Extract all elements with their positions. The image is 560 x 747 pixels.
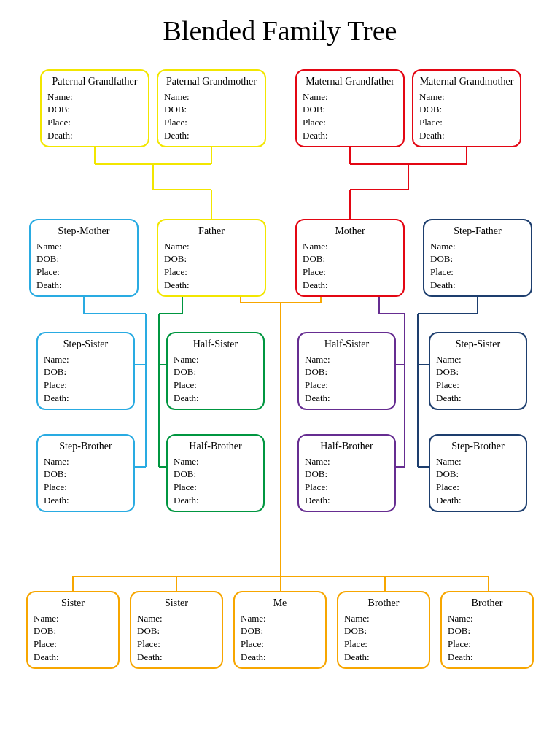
box-me: Me Name: DOB: Place: Death: — [233, 591, 327, 669]
box-half-brother-left: Half-Brother Name: DOB: Place: Death: — [166, 434, 265, 512]
box-maternal-grandmother: Maternal Grandmother Name: DOB: Place: D… — [412, 69, 521, 147]
role-label: Maternal Grandmother — [419, 75, 514, 89]
role-label: Half-Sister — [174, 338, 257, 352]
family-tree-page: Blended Family Tree — [0, 0, 560, 747]
box-half-sister-right: Half-Sister Name: DOB: Place: Death: — [298, 332, 396, 410]
box-maternal-grandfather: Maternal Grandfather Name: DOB: Place: D… — [295, 69, 405, 147]
role-label: Father — [164, 225, 259, 239]
box-paternal-grandfather: Paternal Grandfather Name: DOB: Place: D… — [40, 69, 149, 147]
role-label: Brother — [448, 597, 526, 611]
role-label: Step-Mother — [36, 225, 131, 239]
role-label: Maternal Grandfather — [303, 75, 397, 89]
role-label: Paternal Grandmother — [164, 75, 259, 89]
role-label: Step-Father — [430, 225, 525, 239]
box-step-sister-left: Step-Sister Name: DOB: Place: Death: — [36, 332, 135, 410]
box-step-father: Step-Father Name: DOB: Place: Death: — [423, 219, 532, 297]
role-label: Step-Sister — [44, 338, 128, 352]
box-half-sister-left: Half-Sister Name: DOB: Place: Death: — [166, 332, 265, 410]
role-label: Paternal Grandfather — [47, 75, 142, 89]
box-step-mother: Step-Mother Name: DOB: Place: Death: — [29, 219, 139, 297]
role-label: Half-Sister — [305, 338, 389, 352]
box-brother-1: Brother Name: DOB: Place: Death: — [337, 591, 430, 669]
box-step-brother-right: Step-Brother Name: DOB: Place: Death: — [429, 434, 527, 512]
role-label: Brother — [344, 597, 423, 611]
box-half-brother-right: Half-Brother Name: DOB: Place: Death: — [298, 434, 396, 512]
box-father: Father Name: DOB: Place: Death: — [157, 219, 266, 297]
role-label: Step-Brother — [436, 440, 520, 454]
box-sister-2: Sister Name: DOB: Place: Death: — [130, 591, 223, 669]
role-label: Me — [241, 597, 319, 611]
role-label: Half-Brother — [174, 440, 257, 454]
role-label: Mother — [303, 225, 397, 239]
role-label: Half-Brother — [305, 440, 389, 454]
role-label: Sister — [34, 597, 112, 611]
box-step-sister-right: Step-Sister Name: DOB: Place: Death: — [429, 332, 527, 410]
role-label: Step-Brother — [44, 440, 128, 454]
box-paternal-grandmother: Paternal Grandmother Name: DOB: Place: D… — [157, 69, 266, 147]
page-title: Blended Family Tree — [0, 15, 560, 47]
role-label: Sister — [137, 597, 216, 611]
box-sister-1: Sister Name: DOB: Place: Death: — [26, 591, 120, 669]
box-step-brother-left: Step-Brother Name: DOB: Place: Death: — [36, 434, 135, 512]
box-mother: Mother Name: DOB: Place: Death: — [295, 219, 405, 297]
role-label: Step-Sister — [436, 338, 520, 352]
box-brother-2: Brother Name: DOB: Place: Death: — [440, 591, 534, 669]
